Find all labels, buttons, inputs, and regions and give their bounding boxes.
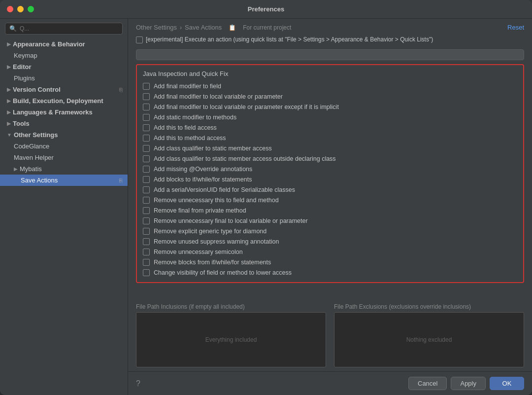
label-add-final-field: Add final modifier to field bbox=[154, 83, 221, 90]
checkbox-add-class-qualifier[interactable] bbox=[143, 145, 150, 152]
sidebar-item-languages-frameworks[interactable]: ▶ Languages & Frameworks bbox=[0, 107, 128, 118]
right-panel: Other Settings › Save Actions 📋 For curr… bbox=[128, 19, 532, 395]
inspection-item-add-final-field[interactable]: Add final modifier to field bbox=[143, 81, 517, 91]
label-add-blocks: Add blocks to if/while/for statements bbox=[154, 176, 252, 183]
sidebar-item-version-control[interactable]: ▶ Version Control ⎘ bbox=[0, 84, 128, 95]
checkbox-remove-semicolon[interactable] bbox=[143, 249, 150, 255]
sidebar-item-other-settings[interactable]: ▼ Other Settings bbox=[0, 129, 128, 141]
window-controls[interactable] bbox=[7, 6, 34, 12]
bottom-bar: ? Cancel Apply OK bbox=[128, 371, 532, 395]
label-remove-final-local: Remove unnecessary final to local variab… bbox=[154, 217, 308, 224]
filepath-inclusions-panel: Everything included bbox=[136, 312, 326, 367]
panel-body: [experimental] Execute an action (using … bbox=[128, 34, 532, 299]
close-button[interactable] bbox=[7, 6, 13, 12]
checkbox-add-final-local[interactable] bbox=[143, 93, 150, 100]
checkbox-add-override[interactable] bbox=[143, 166, 150, 173]
sidebar-item-editor[interactable]: ▶ Editor bbox=[0, 61, 128, 72]
inspection-item-add-blocks[interactable]: Add blocks to if/while/for statements bbox=[143, 175, 517, 184]
inspection-box: Java Inspection and Quick Fix Add final … bbox=[136, 64, 524, 283]
cancel-button[interactable]: Cancel bbox=[408, 377, 447, 390]
inspection-item-remove-this[interactable]: Remove unnecessary this to field and met… bbox=[143, 195, 517, 205]
label-add-static-methods: Add static modifier to methods bbox=[154, 114, 236, 121]
filepath-exclusions-panel: Nothing excluded bbox=[334, 312, 524, 367]
inspection-item-add-static-methods[interactable]: Add static modifier to methods bbox=[143, 112, 517, 122]
inspection-item-remove-final-private[interactable]: Remove final from private method bbox=[143, 206, 517, 215]
filepath-inclusions-label: File Path Inclusions (if empty all inclu… bbox=[136, 303, 326, 310]
inspection-item-remove-generic[interactable]: Remove explicit generic type for diamond bbox=[143, 226, 517, 236]
sidebar-item-mybatis[interactable]: ▶ Mybatis bbox=[0, 163, 128, 175]
ok-button[interactable]: OK bbox=[490, 377, 524, 390]
search-icon: 🔍 bbox=[9, 25, 17, 32]
checkbox-remove-this[interactable] bbox=[143, 197, 150, 204]
sidebar: 🔍 ▶ Appearance & Behavior Keymap ▶ Edito… bbox=[0, 19, 128, 395]
checkbox-remove-suppress[interactable] bbox=[143, 238, 150, 245]
search-input[interactable] bbox=[20, 25, 118, 32]
breadcrumb-parent: Other Settings bbox=[136, 24, 177, 31]
checkbox-add-class-qualifier-outside[interactable] bbox=[143, 155, 150, 162]
apply-button[interactable]: Apply bbox=[451, 377, 486, 390]
label-add-class-qualifier: Add class qualifier to static member acc… bbox=[154, 145, 272, 152]
label-change-visibility: Change visibility of field or method to … bbox=[154, 269, 292, 276]
checkbox-add-blocks[interactable] bbox=[143, 176, 150, 183]
checkbox-remove-blocks[interactable] bbox=[143, 259, 150, 266]
label-remove-final-private: Remove final from private method bbox=[154, 207, 246, 214]
label-remove-suppress: Remove unused suppress warning annotatio… bbox=[154, 238, 279, 245]
breadcrumb-bar: Other Settings › Save Actions 📋 For curr… bbox=[128, 19, 532, 34]
experimental-row: [experimental] Execute an action (using … bbox=[136, 34, 524, 45]
inspection-item-add-this-field[interactable]: Add this to field access bbox=[143, 123, 517, 132]
inspection-item-add-class-qualifier-outside[interactable]: Add class qualifier to static member acc… bbox=[143, 154, 517, 163]
experimental-label: [experimental] Execute an action (using … bbox=[146, 36, 433, 43]
breadcrumb-current: Save Actions bbox=[185, 24, 222, 31]
inspection-item-add-override[interactable]: Add missing @Override annotations bbox=[143, 164, 517, 174]
inspection-item-add-serialversionuid[interactable]: Add a serialVersionUID field for Seriali… bbox=[143, 185, 517, 194]
checkbox-add-this-field[interactable] bbox=[143, 124, 150, 131]
sidebar-item-appearance-behavior[interactable]: ▶ Appearance & Behavior bbox=[0, 38, 128, 50]
inspection-item-add-class-qualifier[interactable]: Add class qualifier to static member acc… bbox=[143, 144, 517, 153]
checkbox-remove-final-private[interactable] bbox=[143, 207, 150, 214]
reset-button[interactable]: Reset bbox=[507, 24, 524, 31]
checkbox-add-serialversionuid[interactable] bbox=[143, 186, 150, 193]
checkbox-add-final-field[interactable] bbox=[143, 83, 150, 90]
inspection-item-remove-suppress[interactable]: Remove unused suppress warning annotatio… bbox=[143, 237, 517, 246]
inspection-item-add-final-local-implicit[interactable]: Add final modifier to local variable or … bbox=[143, 102, 517, 111]
checkbox-remove-generic[interactable] bbox=[143, 228, 150, 235]
inspection-item-remove-semicolon[interactable]: Remove unnecessary semicolon bbox=[143, 247, 517, 256]
inspection-item-remove-blocks[interactable]: Remove blocks from if/while/for statemen… bbox=[143, 257, 517, 267]
label-remove-generic: Remove explicit generic type for diamond bbox=[154, 228, 266, 235]
sidebar-item-keymap[interactable]: Keymap bbox=[0, 50, 128, 61]
arrow-icon: ▶ bbox=[7, 87, 11, 92]
inspection-item-remove-final-local[interactable]: Remove unnecessary final to local variab… bbox=[143, 216, 517, 225]
label-add-this-field: Add this to field access bbox=[154, 124, 217, 131]
help-icon[interactable]: ? bbox=[136, 379, 140, 388]
sidebar-item-plugins[interactable]: Plugins bbox=[0, 72, 128, 84]
checkbox-remove-final-local[interactable] bbox=[143, 217, 150, 224]
arrow-icon: ▶ bbox=[7, 41, 11, 47]
sidebar-item-build-execution[interactable]: ▶ Build, Execution, Deployment bbox=[0, 95, 128, 107]
arrow-icon: ▶ bbox=[7, 98, 11, 104]
breadcrumb-project-icon: 📋 bbox=[229, 24, 236, 31]
sidebar-item-tools[interactable]: ▶ Tools bbox=[0, 118, 128, 129]
checkbox-add-this-method[interactable] bbox=[143, 135, 150, 142]
search-box[interactable]: 🔍 bbox=[5, 23, 123, 35]
window-title: Preferences bbox=[248, 5, 284, 13]
label-add-final-local: Add final modifier to local variable or … bbox=[154, 93, 283, 100]
checkbox-change-visibility[interactable] bbox=[143, 269, 150, 276]
label-add-serialversionuid: Add a serialVersionUID field for Seriali… bbox=[154, 186, 295, 193]
inspection-item-add-final-local[interactable]: Add final modifier to local variable or … bbox=[143, 92, 517, 101]
experimental-checkbox[interactable] bbox=[136, 36, 143, 43]
checkbox-add-final-local-implicit[interactable] bbox=[143, 104, 150, 110]
label-remove-blocks: Remove blocks from if/while/for statemen… bbox=[154, 259, 271, 266]
inspection-item-add-this-method[interactable]: Add this to method access bbox=[143, 133, 517, 143]
sidebar-item-save-actions[interactable]: Save Actions ⎘ bbox=[0, 175, 128, 186]
sidebar-item-codeglance[interactable]: CodeGlance bbox=[0, 141, 128, 152]
label-remove-this: Remove unnecessary this to field and met… bbox=[154, 197, 279, 204]
checkbox-add-static-methods[interactable] bbox=[143, 114, 150, 121]
inspection-item-change-visibility[interactable]: Change visibility of field or method to … bbox=[143, 268, 517, 277]
quick-list-dropdown[interactable] bbox=[136, 49, 524, 60]
sidebar-item-maven-helper[interactable]: Maven Helper bbox=[0, 152, 128, 163]
arrow-icon: ▶ bbox=[7, 121, 11, 126]
maximize-button[interactable] bbox=[28, 6, 34, 12]
arrow-icon: ▼ bbox=[7, 132, 12, 138]
dropdown-row[interactable] bbox=[136, 49, 524, 60]
minimize-button[interactable] bbox=[17, 6, 24, 12]
